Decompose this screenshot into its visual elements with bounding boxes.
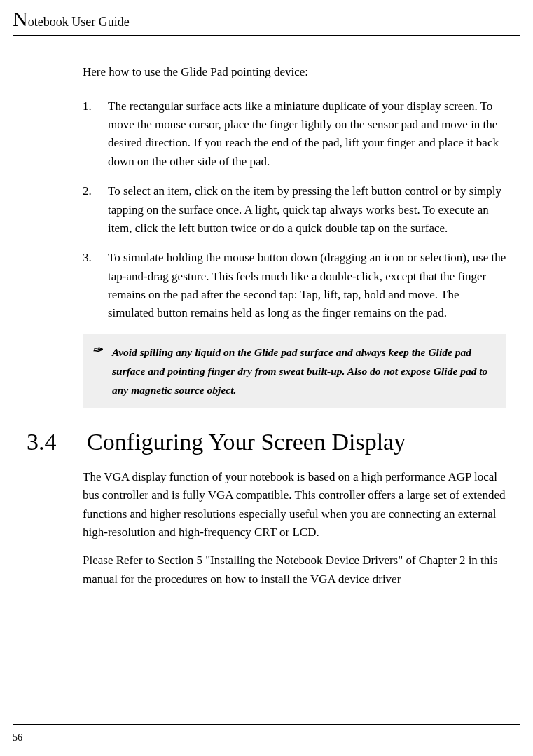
header-title-text: otebook User Guide	[28, 15, 130, 29]
page-container: Notebook User Guide Here how to use the …	[0, 0, 533, 589]
instruction-list: The rectangular surface acts like a mini…	[83, 97, 506, 323]
header-drop-cap: N	[13, 7, 28, 30]
document-header: Notebook User Guide	[13, 7, 520, 36]
section-number: 3.4	[27, 429, 71, 455]
list-item: To simulate holding the mouse button dow…	[83, 249, 506, 322]
note-icon: ✑	[92, 343, 102, 399]
intro-text: Here how to use the Glide Pad pointing d…	[83, 64, 506, 81]
section-title: Configuring Your Screen Display	[87, 429, 406, 455]
note-text: Avoid spilling any liquid on the Glide p…	[112, 343, 497, 399]
content-area: Here how to use the Glide Pad pointing d…	[83, 64, 506, 589]
list-item: The rectangular surface acts like a mini…	[83, 97, 506, 171]
section-heading: 3.4 Configuring Your Screen Display	[27, 429, 506, 455]
body-paragraph: Please Refer to Section 5 "Installing th…	[83, 551, 506, 589]
page-number: 56	[13, 732, 22, 743]
list-item: To select an item, click on the item by …	[83, 182, 506, 238]
body-paragraph: The VGA display function of your noteboo…	[83, 468, 506, 542]
page-footer: 56	[13, 724, 520, 743]
note-callout: ✑ Avoid spilling any liquid on the Glide…	[83, 334, 506, 408]
